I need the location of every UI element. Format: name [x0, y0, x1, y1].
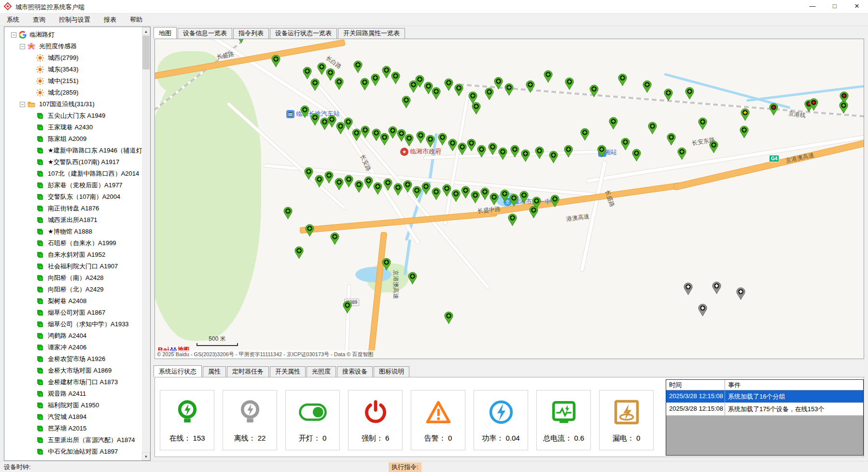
device-pin-online[interactable] [526, 80, 535, 95]
event-log-row[interactable]: 2025/3/28 12:15:08 系统加载了16个分组 [666, 390, 863, 403]
device-pin-online[interactable] [371, 73, 380, 88]
device-pin-online[interactable] [529, 206, 538, 221]
tab-device-info-list[interactable]: 设备信息一览表 [178, 28, 232, 39]
close-button[interactable]: ✕ [846, 0, 868, 14]
tree-item-device[interactable]: 自来水斜对面 A1952 [4, 249, 143, 261]
map-canvas[interactable]: 长盛路长白路长安路长盛中路港澳高速长盛路长安东路京港线京港澳高速京港澳高速G4X… [154, 39, 864, 359]
tree-item-device[interactable]: 金桥建材市场门口 A1873 [4, 376, 143, 388]
device-pin-online[interactable] [438, 133, 447, 148]
device-pin-online[interactable] [304, 167, 313, 182]
device-pin-online[interactable] [444, 311, 453, 326]
maximize-button[interactable]: □ [824, 0, 846, 14]
tree-item-device[interactable]: 彭家巷（党校后面）A1977 [4, 180, 143, 191]
tree-item-device[interactable]: 向阳桥（北）A2429 [4, 284, 143, 295]
device-pin-online[interactable] [327, 115, 336, 130]
device-pin-online[interactable] [237, 39, 246, 45]
device-pin-online[interactable] [310, 113, 320, 128]
tree-item-device[interactable]: 五尖山大门东 A1949 [4, 110, 143, 122]
device-pin-online[interactable] [580, 128, 589, 143]
device-pin-online[interactable] [344, 175, 353, 190]
device-pin-alarm[interactable] [769, 103, 778, 118]
device-pin-online[interactable] [364, 176, 373, 191]
device-pin-online[interactable] [458, 142, 467, 157]
tree-item-sensor[interactable]: 城东(3543) [4, 64, 143, 75]
device-pin-online[interactable] [330, 232, 339, 247]
tree-item-device[interactable]: 交警队东（107南）A2004 [4, 191, 143, 203]
device-pin-online[interactable] [393, 183, 403, 198]
expand-toggle-icon[interactable]: − [20, 102, 25, 107]
device-pin-online[interactable] [383, 178, 392, 193]
tree-item-device[interactable]: 烟草公司（求知中学）A1933 [4, 319, 143, 330]
device-pin-online[interactable] [472, 102, 481, 117]
device-pin-online[interactable] [335, 178, 344, 193]
device-pin-online[interactable] [353, 60, 363, 75]
device-pin-online[interactable] [405, 134, 414, 149]
device-pin-online[interactable] [444, 78, 453, 93]
device-pin-online[interactable] [294, 246, 304, 261]
expand-toggle-icon[interactable]: − [11, 32, 16, 38]
tree-item-device[interactable]: 金桥农贸市场 A1926 [4, 353, 143, 365]
menu-query[interactable]: 查询 [26, 14, 52, 26]
device-pin-online[interactable] [500, 189, 509, 204]
menu-help[interactable]: 帮助 [123, 14, 149, 26]
device-pin-online[interactable] [300, 105, 309, 120]
device-pin-online[interactable] [448, 139, 457, 153]
device-pin-online[interactable] [521, 149, 530, 164]
tree-item-sensor[interactable]: 城西(2799) [4, 52, 143, 64]
device-pin-online[interactable] [388, 126, 397, 141]
scroll-down-icon[interactable]: ▼ [142, 452, 150, 460]
device-pin-online[interactable] [664, 88, 673, 103]
device-pin-online[interactable] [403, 180, 412, 195]
tab-timer-tasks[interactable]: 定时器任务 [227, 366, 269, 377]
device-pin-online[interactable] [509, 194, 518, 208]
device-pin-online[interactable] [504, 83, 514, 98]
device-pin-online[interactable] [326, 68, 335, 83]
scroll-up-icon[interactable]: ▲ [142, 27, 150, 35]
menu-system[interactable]: 系统 [0, 14, 26, 26]
device-pin-online[interactable] [461, 186, 470, 201]
device-pin-online[interactable] [839, 101, 848, 116]
device-pin-online[interactable] [344, 117, 353, 132]
device-pin-online[interactable] [621, 138, 630, 153]
device-pin-online[interactable] [354, 180, 364, 195]
device-pin-online[interactable] [709, 140, 718, 155]
device-pin-offline[interactable] [684, 282, 693, 297]
device-pin-online[interactable] [382, 66, 391, 81]
device-pin-online[interactable] [432, 187, 441, 202]
device-pin-online[interactable] [618, 73, 627, 88]
device-pin-online[interactable] [485, 87, 494, 102]
tree-item-device[interactable]: 南正街转盘 A1876 [4, 203, 143, 214]
tree-item-device[interactable]: 城西派出所A1871 [4, 214, 143, 226]
tree-item-device[interactable]: 社会福利院大门口 A1907 [4, 261, 143, 272]
device-pin-online[interactable] [609, 117, 618, 132]
device-pin-online[interactable] [510, 145, 519, 160]
device-pin-online[interactable] [442, 184, 451, 199]
tab-search-device[interactable]: 搜索设备 [337, 366, 373, 377]
tree-item-device[interactable]: 中石化加油站对面 A1897 [4, 446, 143, 458]
tab-device-status-list[interactable]: 设备运行状态一览表 [270, 28, 337, 39]
device-pin-online[interactable] [373, 182, 382, 197]
device-pin-online[interactable] [315, 175, 324, 190]
device-pin-online[interactable] [402, 96, 411, 111]
tree-group-sensors[interactable]: −光照度传感器 [4, 41, 143, 52]
device-pin-online[interactable] [648, 122, 657, 137]
device-pin-online[interactable] [310, 78, 320, 93]
device-pin-online[interactable] [544, 70, 553, 85]
tree-item-device[interactable]: ★建新中路路口东 A1946（辅道灯） [4, 145, 143, 156]
tree-item-device[interactable]: 芭茅塘 A2015 [4, 423, 143, 434]
device-pin-online[interactable] [508, 213, 517, 228]
device-pin-offline[interactable] [736, 287, 745, 302]
device-pin-online[interactable] [360, 78, 369, 93]
tree-item-device[interactable]: 107北（建新中路路口西）A2014 [4, 168, 143, 180]
device-pin-online[interactable] [451, 189, 461, 204]
device-pin-online[interactable] [467, 139, 476, 153]
device-pin-online[interactable] [317, 62, 326, 77]
tab-map[interactable]: 地图 [154, 27, 177, 39]
device-pin-online[interactable] [324, 171, 334, 186]
device-pin-warn[interactable] [741, 108, 750, 123]
device-pin-online[interactable] [698, 117, 707, 132]
tree-item-device[interactable]: ★交警队西(107南) A1917 [4, 156, 143, 168]
minimize-button[interactable]: — [801, 0, 824, 14]
tree-item-device[interactable]: 观音路 A2411 [4, 388, 143, 400]
device-pin-online[interactable] [352, 128, 361, 143]
